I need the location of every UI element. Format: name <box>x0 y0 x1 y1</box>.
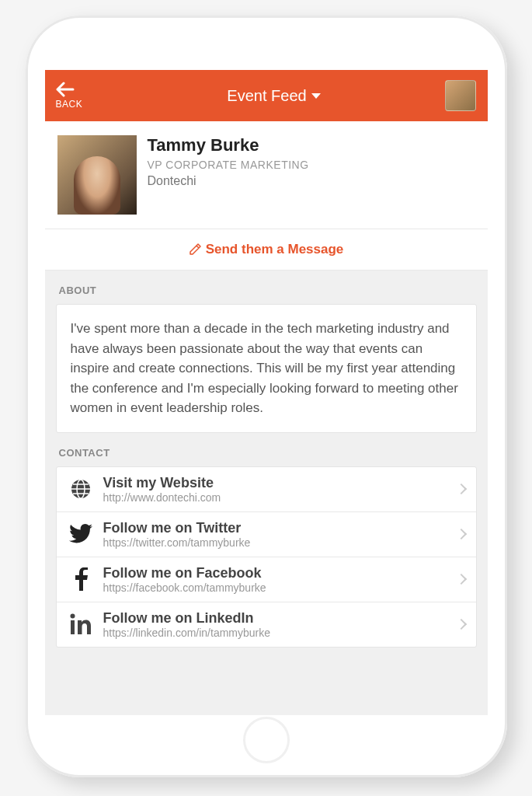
svg-rect-2 <box>71 620 75 634</box>
profile-picture[interactable] <box>57 135 137 215</box>
home-button[interactable] <box>243 717 290 763</box>
phone-frame: BACK Event Feed Tammy Burke VP CORPORATE… <box>26 16 507 777</box>
contact-title: Follow me on LinkedIn <box>103 610 448 627</box>
caret-down-icon <box>311 93 321 99</box>
chevron-right-icon <box>455 484 466 494</box>
contact-subtitle: https://linkedin.com/in/tammyburke <box>103 627 448 639</box>
back-arrow-icon <box>56 82 75 97</box>
chevron-right-icon <box>455 619 466 630</box>
back-button[interactable]: BACK <box>56 82 103 110</box>
contact-section-label: CONTACT <box>45 433 488 466</box>
app-screen: BACK Event Feed Tammy Burke VP CORPORATE… <box>45 70 488 715</box>
header-title-text: Event Feed <box>227 87 306 105</box>
content-scroll: Tammy Burke VP CORPORATE MARKETING Donte… <box>45 121 488 715</box>
about-text: I've spent more than a decade in the tec… <box>56 304 477 433</box>
contact-title: Visit my Website <box>103 475 448 491</box>
contact-title: Follow me on Twitter <box>103 520 448 536</box>
chevron-right-icon <box>455 529 466 539</box>
contact-text: Follow me on LinkedIn https://linkedin.c… <box>103 610 448 639</box>
user-avatar-thumbnail[interactable] <box>445 80 476 111</box>
profile-info: Tammy Burke VP CORPORATE MARKETING Donte… <box>148 135 309 215</box>
chevron-right-icon <box>455 574 466 585</box>
contact-text: Follow me on Twitter https://twitter.com… <box>103 520 448 549</box>
globe-icon <box>68 476 94 502</box>
compose-icon <box>189 243 201 256</box>
contact-subtitle: https://facebook.com/tammyburke <box>103 581 448 594</box>
facebook-icon <box>68 566 94 592</box>
profile-header: Tammy Burke VP CORPORATE MARKETING Donte… <box>45 121 488 229</box>
profile-role: VP CORPORATE MARKETING <box>148 159 309 171</box>
app-header: BACK Event Feed <box>45 70 488 121</box>
contact-text: Follow me on Facebook https://facebook.c… <box>103 565 448 594</box>
contact-linkedin[interactable]: Follow me on LinkedIn https://linkedin.c… <box>57 602 476 647</box>
header-title-dropdown[interactable]: Event Feed <box>227 87 320 105</box>
back-label: BACK <box>56 99 83 110</box>
linkedin-icon <box>68 611 94 637</box>
twitter-icon <box>68 521 94 547</box>
contact-website[interactable]: Visit my Website http://www.dontechi.com <box>57 467 476 512</box>
contact-text: Visit my Website http://www.dontechi.com <box>103 475 448 504</box>
profile-name: Tammy Burke <box>148 135 309 155</box>
contact-subtitle: http://www.dontechi.com <box>103 491 448 504</box>
contact-subtitle: https://twitter.com/tammyburke <box>103 536 448 549</box>
about-section-label: ABOUT <box>45 271 488 304</box>
profile-company: Dontechi <box>148 174 309 188</box>
contact-title: Follow me on Facebook <box>103 565 448 581</box>
contact-facebook[interactable]: Follow me on Facebook https://facebook.c… <box>57 557 476 602</box>
svg-point-3 <box>70 614 75 619</box>
send-message-button[interactable]: Send them a Message <box>45 229 488 271</box>
contact-twitter[interactable]: Follow me on Twitter https://twitter.com… <box>57 512 476 557</box>
contact-list: Visit my Website http://www.dontechi.com… <box>56 466 477 648</box>
send-message-label: Send them a Message <box>206 242 344 257</box>
